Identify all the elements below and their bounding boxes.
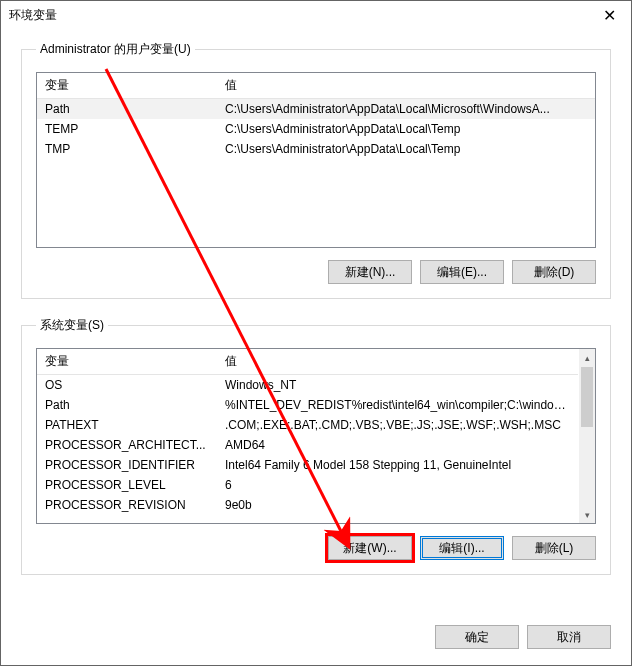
env-vars-dialog: 环境变量 ✕ Administrator 的用户变量(U) 变量 值 <box>0 0 632 666</box>
table-row[interactable]: PROCESSOR_IDENTIFIER Intel64 Family 6 Mo… <box>37 455 578 475</box>
cell-var: TMP <box>37 139 217 159</box>
cell-val: AMD64 <box>217 435 578 455</box>
user-del-button[interactable]: 删除(D) <box>512 260 596 284</box>
user-vars-table-wrap[interactable]: 变量 值 Path C:\Users\Administrator\AppData… <box>36 72 596 248</box>
table-row[interactable]: PATHEXT .COM;.EXE;.BAT;.CMD;.VBS;.VBE;.J… <box>37 415 578 435</box>
cell-var: Path <box>37 99 217 120</box>
cell-var: PROCESSOR_IDENTIFIER <box>37 455 217 475</box>
table-row[interactable]: PROCESSOR_REVISION 9e0b <box>37 495 578 515</box>
user-edit-button[interactable]: 编辑(E)... <box>420 260 504 284</box>
cell-val: .COM;.EXE;.BAT;.CMD;.VBS;.VBE;.JS;.JSE;.… <box>217 415 578 435</box>
ok-button[interactable]: 确定 <box>435 625 519 649</box>
cancel-button[interactable]: 取消 <box>527 625 611 649</box>
table-row[interactable]: Path %INTEL_DEV_REDIST%redist\intel64_wi… <box>37 395 578 415</box>
cell-val: C:\Users\Administrator\AppData\Local\Mic… <box>217 99 595 120</box>
cell-val: C:\Users\Administrator\AppData\Local\Tem… <box>217 139 595 159</box>
cell-val: Windows_NT <box>217 375 578 396</box>
sys-edit-button[interactable]: 编辑(I)... <box>420 536 504 560</box>
user-new-button[interactable]: 新建(N)... <box>328 260 412 284</box>
user-vars-buttons: 新建(N)... 编辑(E)... 删除(D) <box>36 260 596 284</box>
user-col-var[interactable]: 变量 <box>37 73 217 99</box>
close-icon[interactable]: ✕ <box>587 1 631 29</box>
cell-val: C:\Users\Administrator\AppData\Local\Tem… <box>217 119 595 139</box>
sys-new-button[interactable]: 新建(W)... <box>328 536 412 560</box>
table-row[interactable]: OS Windows_NT <box>37 375 578 396</box>
table-row[interactable]: PROCESSOR_ARCHITECT... AMD64 <box>37 435 578 455</box>
sys-col-var[interactable]: 变量 <box>37 349 217 375</box>
cell-var: PROCESSOR_LEVEL <box>37 475 217 495</box>
cell-var: OS <box>37 375 217 396</box>
sys-vars-group: 系统变量(S) 变量 值 OS Windows_NT <box>21 317 611 575</box>
table-row[interactable]: Path C:\Users\Administrator\AppData\Loca… <box>37 99 595 120</box>
cell-val: %INTEL_DEV_REDIST%redist\intel64_win\com… <box>217 395 578 415</box>
scroll-down-icon[interactable]: ▾ <box>579 506 595 523</box>
cell-var: PROCESSOR_ARCHITECT... <box>37 435 217 455</box>
sys-del-button[interactable]: 删除(L) <box>512 536 596 560</box>
table-row[interactable]: TMP C:\Users\Administrator\AppData\Local… <box>37 139 595 159</box>
dialog-footer: 确定 取消 <box>1 625 631 665</box>
cell-val: 6 <box>217 475 578 495</box>
dialog-body: Administrator 的用户变量(U) 变量 值 Path C:\User… <box>1 29 631 625</box>
scroll-up-icon[interactable]: ▴ <box>579 349 595 366</box>
sys-vars-buttons: 新建(W)... 编辑(I)... 删除(L) <box>36 536 596 560</box>
table-row[interactable]: TEMP C:\Users\Administrator\AppData\Loca… <box>37 119 595 139</box>
cell-var: TEMP <box>37 119 217 139</box>
close-glyph: ✕ <box>603 6 616 25</box>
user-vars-legend: Administrator 的用户变量(U) <box>36 41 195 58</box>
sys-col-val[interactable]: 值 <box>217 349 578 375</box>
cell-var: Path <box>37 395 217 415</box>
cell-var: PROCESSOR_REVISION <box>37 495 217 515</box>
cell-val: 9e0b <box>217 495 578 515</box>
sys-vars-table: 变量 值 OS Windows_NT Path %INTEL_DEV_REDIS… <box>37 349 578 515</box>
user-vars-group: Administrator 的用户变量(U) 变量 值 Path C:\User… <box>21 41 611 299</box>
user-col-val[interactable]: 值 <box>217 73 595 99</box>
sys-vars-table-wrap[interactable]: 变量 值 OS Windows_NT Path %INTEL_DEV_REDIS… <box>36 348 596 524</box>
titlebar: 环境变量 ✕ <box>1 1 631 29</box>
cell-val: Intel64 Family 6 Model 158 Stepping 11, … <box>217 455 578 475</box>
sys-vars-legend: 系统变量(S) <box>36 317 108 334</box>
cell-var: PATHEXT <box>37 415 217 435</box>
user-vars-table: 变量 值 Path C:\Users\Administrator\AppData… <box>37 73 595 159</box>
table-row[interactable]: PROCESSOR_LEVEL 6 <box>37 475 578 495</box>
dialog-title: 环境变量 <box>9 7 57 24</box>
scroll-thumb[interactable] <box>581 367 593 427</box>
sys-scrollbar[interactable]: ▴ ▾ <box>578 349 595 523</box>
